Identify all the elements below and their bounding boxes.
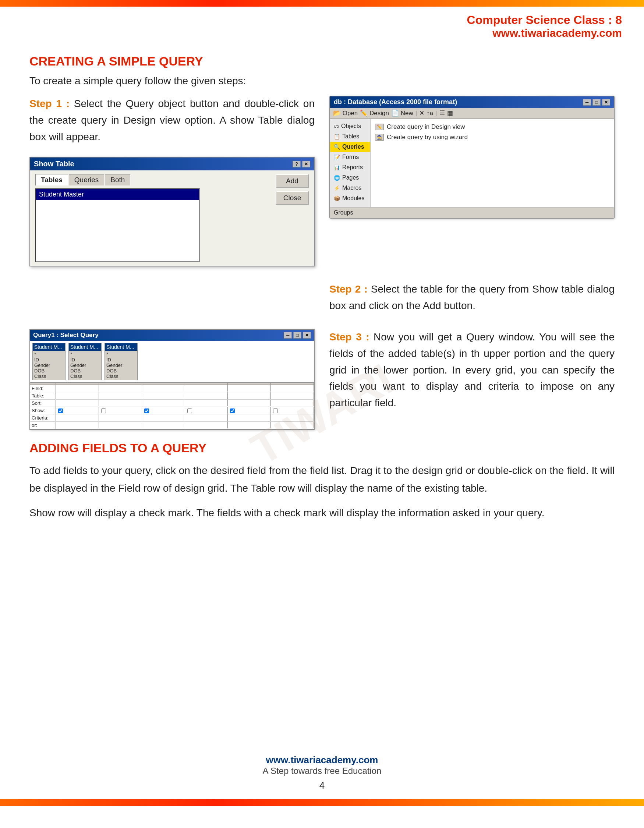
field-col2[interactable] — [99, 385, 142, 392]
or-col6[interactable] — [271, 422, 314, 428]
step3-right: Step 3 : Now you will get a Query window… — [329, 329, 614, 411]
or-col2[interactable] — [99, 422, 142, 428]
add-button[interactable]: Add — [276, 174, 309, 188]
query-close-btn[interactable]: ✕ — [303, 332, 311, 339]
step2-label: Step 2 : — [329, 283, 368, 295]
col-label — [30, 383, 56, 384]
sort-col1[interactable] — [56, 400, 99, 406]
sidebar-item-pages[interactable]: 🌐 Pages — [330, 172, 370, 183]
criteria-col6[interactable] — [271, 414, 314, 421]
query-lower: Field: Table: — [30, 383, 314, 429]
table-col3[interactable] — [142, 392, 185, 399]
sidebar-item-modules[interactable]: 📦 Modules — [330, 193, 370, 204]
close-button[interactable]: Close — [276, 191, 309, 205]
access-maximize-btn[interactable]: □ — [592, 99, 600, 106]
show-col4[interactable] — [185, 407, 228, 414]
criteria-col4[interactable] — [185, 414, 228, 421]
col3 — [142, 383, 185, 384]
show-col5[interactable] — [228, 407, 271, 414]
criteria-col3[interactable] — [142, 414, 185, 421]
show-col3[interactable] — [142, 407, 185, 414]
step2-text-area: Step 2 : Select the table for the query … — [329, 281, 614, 314]
col5 — [228, 383, 271, 384]
toolbar-new[interactable]: 📄 New — [391, 109, 413, 117]
footer-page: 4 — [0, 780, 644, 791]
field-col6[interactable] — [271, 385, 314, 392]
sidebar-item-reports[interactable]: 📊 Reports — [330, 162, 370, 172]
toolbar-up[interactable]: ↑a — [426, 110, 433, 117]
field-col5[interactable] — [228, 385, 271, 392]
access-option-wizard[interactable]: 🧙 Create query by using wizard — [375, 132, 610, 143]
criteria-col1[interactable] — [56, 414, 99, 421]
sort-col5[interactable] — [228, 400, 271, 406]
row-label-field: Field: — [30, 385, 56, 392]
query-table-3: Student M... *IDGenderDOBClass — [105, 343, 138, 380]
col1 — [56, 383, 99, 384]
step1-label: Step 1 : — [30, 98, 69, 109]
show-col2[interactable] — [99, 407, 142, 414]
dialog-help-btn[interactable]: ? — [293, 161, 301, 168]
sort-col6[interactable] — [271, 400, 314, 406]
design-icon: ✏️ — [375, 124, 384, 130]
sort-col3[interactable] — [142, 400, 185, 406]
step1-left: Step 1 : Select the Query object button … — [30, 96, 315, 267]
toolbar-design[interactable]: ✏️ Design — [360, 109, 389, 117]
table-col4[interactable] — [185, 392, 228, 399]
dialog-close-btn[interactable]: ✕ — [302, 161, 310, 168]
tab-both[interactable]: Both — [105, 174, 130, 185]
section2-text2: Show row will display a check mark. The … — [30, 504, 614, 522]
criteria-col5[interactable] — [228, 414, 271, 421]
toolbar-open[interactable]: 📂 Open — [333, 109, 358, 117]
tab-tables[interactable]: Tables — [35, 174, 68, 185]
step1-body: Select the Query object button and doubl… — [30, 98, 315, 143]
sidebar-item-queries[interactable]: 🔍 Queries — [330, 142, 370, 152]
tab-queries[interactable]: Queries — [69, 174, 105, 185]
show-col1[interactable] — [56, 407, 99, 414]
header-text: Computer Science Class : 8 www.tiwariaca… — [467, 13, 622, 39]
field-col3[interactable] — [142, 385, 185, 392]
sidebar-item-forms[interactable]: 📝 Forms — [330, 152, 370, 162]
grid-row-or: or: — [30, 422, 314, 429]
sidebar-item-objects[interactable]: 🗂 Objects — [330, 121, 370, 132]
table3-fields: *IDGenderDOBClass — [105, 351, 137, 380]
table-col1[interactable] — [56, 392, 99, 399]
table-col5[interactable] — [228, 392, 271, 399]
list-item-student-master[interactable]: Student Master — [36, 189, 199, 200]
step2-text: Step 2 : Select the table for the query … — [329, 281, 614, 314]
dialog-buttons: Add Close — [276, 174, 309, 205]
dialog-listbox[interactable]: Student Master — [35, 188, 200, 262]
row-label-or: or: — [30, 422, 56, 429]
table3-header: Student M... — [105, 343, 137, 351]
sidebar-item-macros[interactable]: ⚡ Macros — [330, 183, 370, 193]
field-col4[interactable] — [185, 385, 228, 392]
or-col4[interactable] — [185, 422, 228, 428]
toolbar-grid[interactable]: ▦ — [447, 109, 453, 117]
sort-col2[interactable] — [99, 400, 142, 406]
access-option-design[interactable]: ✏️ Create query in Design view — [375, 122, 610, 132]
or-col3[interactable] — [142, 422, 185, 428]
query-minimize-btn[interactable]: ─ — [284, 332, 292, 339]
step2-body: Select the table for the query from Show… — [329, 283, 614, 311]
table2-header: Student M... — [69, 343, 101, 351]
field-col1[interactable] — [56, 385, 99, 392]
sort-col4[interactable] — [185, 400, 228, 406]
bottom-gradient-bar — [0, 799, 644, 806]
toolbar-delete[interactable]: ✕ — [419, 109, 424, 117]
or-col5[interactable] — [228, 422, 271, 428]
show-col6[interactable] — [271, 407, 314, 414]
access-close-btn[interactable]: ✕ — [602, 99, 610, 106]
access-minimize-btn[interactable]: ─ — [583, 99, 591, 106]
table-col6[interactable] — [271, 392, 314, 399]
step3-row: Query1 : Select Query ─ □ ✕ Student M...… — [30, 329, 614, 430]
or-col1[interactable] — [56, 422, 99, 428]
query-table-2: Student M... *IDGenderDOBClass — [69, 343, 102, 380]
sidebar-item-tables[interactable]: 📋 Tables — [330, 132, 370, 142]
table-col2[interactable] — [99, 392, 142, 399]
criteria-col2[interactable] — [99, 414, 142, 421]
dialog-title: Show Table — [34, 160, 74, 168]
top-gradient-bar — [0, 0, 644, 6]
toolbar-list[interactable]: ☰ — [439, 109, 445, 117]
footer-tagline: A Step towards free Education — [0, 766, 644, 776]
query-maximize-btn[interactable]: □ — [293, 332, 301, 339]
step1-row: Step 1 : Select the Query object button … — [30, 96, 614, 267]
